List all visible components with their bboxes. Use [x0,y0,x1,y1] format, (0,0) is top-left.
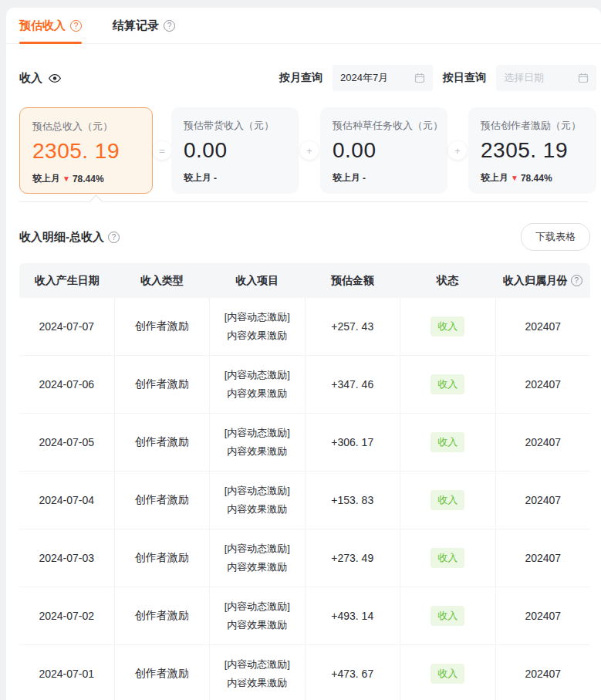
cell-income-project: [内容动态激励] 内容效果激励 [210,645,306,700]
cell-status: 收入 [400,298,496,356]
income-project-line1: [内容动态激励] [225,367,290,383]
operator-glyph: + [454,145,461,157]
card-seeding-task-income[interactable]: 预估种草任务收入（元） 0.00 较上月 - [320,107,447,194]
help-icon[interactable] [164,20,175,32]
calendar-icon [578,73,589,83]
cell-income-date: 2024-07-01 [19,645,115,700]
card-value: 0.00 [333,138,435,163]
cell-income-project: [内容动态激励] 内容效果激励 [210,414,306,472]
cell-income-type: 创作者激励 [115,298,211,356]
income-date-value: 2024-07-04 [39,494,94,506]
income-type-value: 创作者激励 [135,493,189,507]
table-row: 2024-07-05 创作者激励 [内容动态激励] 内容效果激励 +306. 1… [19,414,590,472]
cell-amount: +306. 17 [306,414,401,472]
income-type-value: 创作者激励 [135,435,189,449]
tab-estimated-income[interactable]: 预估收入 [19,8,82,43]
cell-income-type: 创作者激励 [115,356,211,414]
help-icon[interactable] [571,275,582,286]
amount-value: +493. 14 [331,610,373,622]
card-goods-income[interactable]: 预估带货收入（元） 0.00 较上月 - [171,107,299,194]
cell-income-project: [内容动态激励] 内容效果激励 [210,529,306,587]
card-creator-incentive[interactable]: 预估创作者激励（元） 2305. 19 较上月 ▼ 78.44% [468,107,596,194]
card-label: 预估带货收入（元） [184,119,286,133]
eye-icon[interactable] [48,73,62,83]
help-icon[interactable] [108,232,120,243]
month-picker-value: 2024年7月 [340,71,388,85]
income-project-line2: 内容效果激励 [227,328,287,343]
status-badge: 收入 [430,316,464,336]
income-project-line2: 内容效果激励 [227,444,287,459]
operator-glyph: = [159,145,165,157]
tab-estimated-income-label: 预估收入 [19,19,66,33]
month-value: 202407 [525,320,561,333]
amount-value: +347. 46 [331,378,373,391]
month-value: 202407 [525,494,561,506]
cell-month: 202407 [496,529,591,587]
income-project-line1: [内容动态激励] [225,309,290,325]
income-project-line2: 内容效果激励 [227,386,287,401]
status-badge: 收入 [430,374,464,394]
card-value: 0.00 [184,138,286,163]
tab-settlement-records-label: 结算记录 [113,19,159,33]
cell-income-type: 创作者激励 [115,529,211,587]
cell-status: 收入 [400,645,496,700]
table-row: 2024-07-01 创作者激励 [内容动态激励] 内容效果激励 +473. 6… [19,645,590,700]
card-compare: 较上月 - [333,171,435,184]
column-header-date: 收入产生日期 [19,263,114,298]
compare-label: 较上月 [481,171,508,184]
income-project-line2: 内容效果激励 [227,502,287,517]
cell-income-type: 创作者激励 [115,645,211,700]
caret-up-icon [89,194,103,208]
cell-income-date: 2024-07-05 [19,414,115,472]
table-row: 2024-07-02 创作者激励 [内容动态激励] 内容效果激励 +493. 1… [19,587,590,645]
card-compare: 较上月 ▼ 78.44% [32,172,140,185]
day-picker[interactable]: 选择日期 [496,65,596,91]
status-badge: 收入 [430,432,464,452]
tab-settlement-records[interactable]: 结算记录 [113,8,175,43]
card-label: 预估创作者激励（元） [481,119,584,133]
income-label: 收入 [19,71,42,86]
cell-amount: +153. 83 [306,472,401,529]
month-value: 202407 [525,610,561,622]
cell-amount: +257. 43 [306,298,401,356]
cell-month: 202407 [496,472,591,529]
cell-income-date: 2024-07-02 [19,587,115,645]
month-picker[interactable]: 2024年7月 [333,65,433,91]
amount-value: +273. 49 [331,552,373,564]
detail-header: 收入明细-总收入 下载表格 [6,223,601,251]
table-body: 2024-07-07 创作者激励 [内容动态激励] 内容效果激励 +257. 4… [19,298,590,700]
cell-income-type: 创作者激励 [115,587,211,645]
tab-bar: 预估收入 结算记录 [6,8,601,44]
income-type-value: 创作者激励 [135,667,189,681]
amount-value: +257. 43 [331,320,373,333]
compare-value: - [214,173,217,184]
compare-value: 78.44% [73,174,104,184]
cell-amount: +347. 46 [306,356,401,414]
month-value: 202407 [525,552,561,564]
main-panel: 预估收入 结算记录 收入 按月查询 2024年7月 按日查询 选择 [6,8,601,700]
card-total-income[interactable]: 预估总收入（元） 2305. 19 较上月 ▼ 78.44% [19,107,153,194]
column-header-label: 预估金额 [331,274,374,288]
card-value: 2305. 19 [32,139,140,164]
income-project-line1: [内容动态激励] [225,541,290,556]
summary-cards: 预估总收入（元） 2305. 19 较上月 ▼ 78.44% = 预估带货收入（… [6,107,601,194]
income-project-line2: 内容效果激励 [227,675,287,691]
status-badge: 收入 [430,664,464,684]
download-table-button[interactable]: 下载表格 [521,223,590,251]
income-project-line1: [内容动态激励] [225,483,290,499]
amount-value: +473. 67 [331,668,373,680]
status-badge: 收入 [430,606,464,626]
income-date-value: 2024-07-03 [39,552,94,564]
cell-status: 收入 [400,414,496,472]
selected-card-divider [19,194,588,209]
status-badge: 收入 [430,548,464,568]
cell-income-date: 2024-07-07 [19,298,115,356]
compare-label: 较上月 [184,171,211,184]
cell-amount: +493. 14 [306,587,401,645]
cell-income-date: 2024-07-04 [19,472,115,529]
card-compare: 较上月 - [184,171,286,184]
income-section-title: 收入 [19,71,62,86]
help-icon[interactable] [70,20,82,32]
income-project-line1: [内容动态激励] [225,657,290,672]
compare-value: 78.44% [521,173,552,184]
